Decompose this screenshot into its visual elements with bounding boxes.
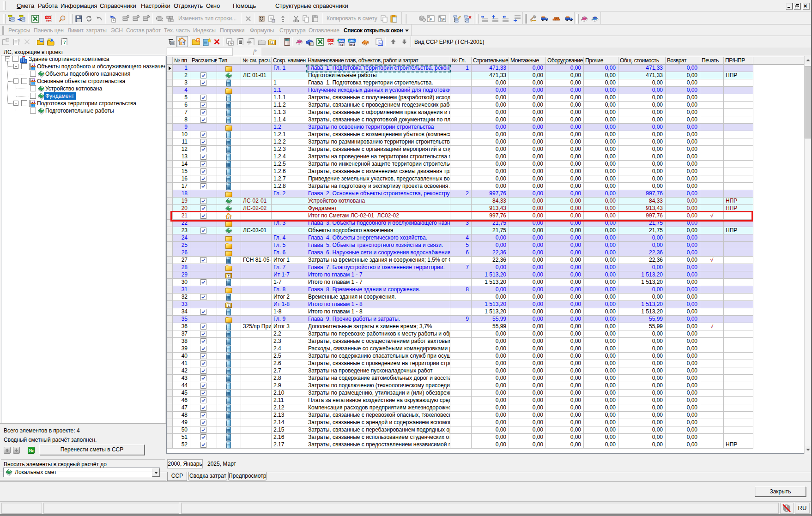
svg-text:Σ: Σ <box>272 41 274 44</box>
svg-text:Σ: Σ <box>228 304 230 308</box>
svg-text:МГЭ: МГЭ <box>350 43 355 46</box>
svg-text:PDF: PDF <box>46 16 51 19</box>
svg-text:%: % <box>379 42 382 45</box>
svg-text:Р: Р <box>430 18 432 22</box>
svg-text:XML: XML <box>349 39 355 42</box>
svg-text:?: ? <box>63 39 66 45</box>
svg-text:ГЭ: ГЭ <box>340 43 343 46</box>
svg-text:PDF: PDF <box>328 39 333 42</box>
svg-text:F: F <box>310 42 312 46</box>
svg-text:XML: XML <box>338 39 345 42</box>
svg-text:ПР: ПР <box>440 18 445 22</box>
svg-text:Σ: Σ <box>228 274 230 278</box>
